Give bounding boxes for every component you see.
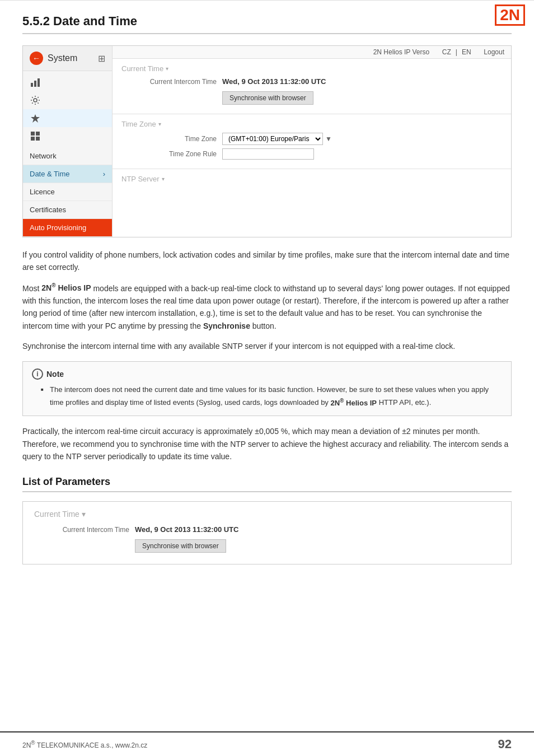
synchronise-bold: Synchronise (203, 321, 250, 330)
sidebar-title: System (48, 53, 77, 63)
time-zone-section: Time Zone ▾ Time Zone (GMT+01:00) Europe… (113, 114, 511, 169)
sync-browser-button[interactable]: Synchronise with browser (222, 91, 313, 105)
sidebar-item-auto-provisioning[interactable]: Auto Provisioning (23, 219, 112, 237)
panel-nav-bar: 2N Helios IP Verso CZ | EN Logout (113, 46, 511, 59)
ntp-server-section: NTP Server ▾ (113, 169, 511, 193)
time-zone-arrow: ▾ (158, 121, 161, 127)
sidebar-item-licence[interactable]: Licence (23, 183, 112, 201)
sidebar-icon-features[interactable] (23, 109, 112, 127)
note-list: The intercom does not need the current d… (32, 384, 502, 409)
sidebar-icons (23, 71, 112, 147)
lang-en[interactable]: EN (462, 48, 471, 56)
logo-2n: 2N (495, 4, 525, 26)
svg-rect-5 (31, 132, 35, 136)
sidebar-item-certificates[interactable]: Certificates (23, 201, 112, 219)
note-header: i Note (32, 368, 502, 380)
ntp-arrow: ▾ (162, 176, 165, 182)
time-zone-label[interactable]: Time Zone ▾ (121, 120, 502, 128)
sidebar-item-date-time[interactable]: Date & Time › (23, 165, 112, 183)
sidebar-item-network[interactable]: Network (23, 147, 112, 165)
params-current-intercom-time-label: Current Intercom Time (34, 526, 135, 534)
svg-rect-1 (34, 81, 36, 87)
bar-chart-icon (30, 77, 41, 88)
current-time-arrow: ▾ (166, 66, 168, 72)
lang-cz[interactable]: CZ (442, 48, 451, 56)
logout-link[interactable]: Logout (484, 48, 504, 56)
svg-rect-8 (36, 137, 40, 141)
svg-rect-0 (31, 83, 33, 87)
right-panel: 2N Helios IP Verso CZ | EN Logout Curren… (113, 46, 511, 237)
svg-rect-7 (31, 137, 35, 141)
body-paragraph-1: If you control validity of phone numbers… (22, 249, 512, 274)
nav-separator (434, 48, 438, 56)
body-paragraph-4: Practically, the intercom real-time circ… (22, 425, 512, 463)
note-item-1: The intercom does not need the current d… (41, 384, 502, 409)
note-icon: i (32, 368, 43, 380)
note-box: i Note The intercom does not need the cu… (22, 361, 512, 416)
params-current-time-label[interactable]: Current Time ▾ (34, 510, 500, 519)
svg-rect-2 (38, 78, 40, 87)
brand-bold-2: 2N® Helios IP (330, 399, 377, 407)
page-title: 5.5.2 Date and Time (22, 14, 512, 34)
timezone-rule-label: Time Zone Rule (121, 150, 222, 158)
params-sync-row: Synchronise with browser (34, 537, 500, 553)
timezone-row: Time Zone (GMT+01:00) Europe/Paris ▼ (121, 133, 502, 145)
ntp-server-label[interactable]: NTP Server ▾ (121, 175, 502, 183)
list-of-parameters: List of Parameters Current Time ▾ Curren… (22, 476, 512, 564)
params-current-intercom-time-row: Current Intercom Time Wed, 9 Oct 2013 11… (34, 525, 500, 534)
params-current-intercom-time-value: Wed, 9 Oct 2013 11:32:00 UTC (135, 525, 238, 534)
params-sync-button[interactable]: Synchronise with browser (135, 539, 226, 553)
grid2-icon (30, 130, 41, 142)
dropdown-arrow: ▼ (325, 135, 332, 143)
footer-left: 2N® TELEKOMUNIKACE a.s., www.2n.cz (22, 740, 147, 749)
params-title: List of Parameters (22, 476, 512, 492)
svg-point-3 (34, 99, 37, 102)
footer-page-number: 92 (498, 737, 512, 752)
sidebar-icon-stats[interactable] (23, 73, 112, 91)
svg-rect-6 (36, 132, 40, 136)
sync-browser-row: Synchronise with browser (121, 89, 502, 105)
current-intercom-time-label: Current Intercom Time (121, 78, 222, 86)
params-box: Current Time ▾ Current Intercom Time Wed… (22, 501, 512, 564)
sidebar-menu: Network Date & Time › Licence Certificat… (23, 147, 112, 237)
back-button[interactable]: ← (30, 52, 43, 65)
star-icon (30, 113, 41, 124)
body-paragraph-3: Synchronise the intercom internal time w… (22, 340, 512, 352)
gear-icon (30, 95, 41, 106)
timezone-rule-row: Time Zone Rule (121, 148, 502, 160)
sidebar: ← System ⊞ (23, 46, 113, 237)
sidebar-header: ← System ⊞ (23, 46, 112, 71)
timezone-rule-input[interactable] (222, 148, 314, 160)
sidebar-icon-modules[interactable] (23, 127, 112, 145)
brand-bold-1: 2N® Helios IP (41, 283, 91, 292)
timezone-label: Time Zone (121, 135, 222, 143)
timezone-select[interactable]: (GMT+01:00) Europe/Paris (222, 133, 323, 145)
body-paragraph-2: Most 2N® Helios IP models are equipped w… (22, 282, 512, 332)
note-title: Note (46, 370, 64, 379)
current-intercom-time-row: Current Intercom Time Wed, 9 Oct 2013 11… (121, 77, 502, 86)
product-name: 2N Helios IP Verso (373, 48, 430, 56)
current-intercom-time-value: Wed, 9 Oct 2013 11:32:00 UTC (222, 77, 326, 86)
svg-marker-4 (31, 114, 40, 123)
sidebar-icon-settings[interactable] (23, 91, 112, 109)
ui-panel: ← System ⊞ (22, 45, 512, 237)
current-time-label[interactable]: Current Time ▾ (121, 64, 502, 73)
footer: 2N® TELEKOMUNIKACE a.s., www.2n.cz 92 (0, 731, 534, 756)
current-time-section: Current Time ▾ Current Intercom Time Wed… (113, 59, 511, 114)
grid-icon[interactable]: ⊞ (98, 53, 105, 64)
